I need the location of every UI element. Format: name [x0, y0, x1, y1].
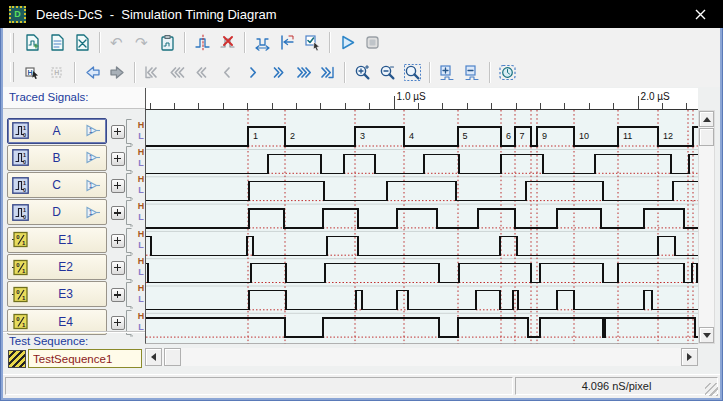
toolbar-separator	[344, 62, 346, 83]
zoom-out-icon	[378, 63, 397, 82]
scroll-left-button[interactable]	[145, 348, 162, 366]
zoom-out-button[interactable]	[375, 60, 400, 85]
save-image-button[interactable]	[45, 30, 70, 55]
svg-text:12: 12	[663, 131, 673, 141]
toolbar-separator	[244, 32, 246, 53]
toolbar-grip[interactable]	[10, 33, 14, 53]
ruler-tick	[686, 103, 687, 109]
expand-signal-D-button[interactable]	[111, 206, 125, 220]
expand-signal-A-button[interactable]	[111, 125, 125, 139]
test-sequence-input[interactable]	[28, 349, 142, 368]
svg-text:1: 1	[89, 209, 93, 216]
expand-signal-B-button[interactable]	[111, 152, 125, 166]
expand-signal-E3-button[interactable]	[111, 288, 125, 302]
rewind-fast-button[interactable]	[165, 60, 190, 85]
svg-text:1: 1	[89, 182, 93, 189]
signal-button-B[interactable]: 10B1	[7, 145, 107, 171]
zoom-in-button[interactable]	[350, 60, 375, 85]
pointer-options-icon	[303, 33, 322, 52]
forward-fast-button[interactable]	[290, 60, 315, 85]
waveform-svg: 12345679101112	[146, 110, 699, 344]
expand-signal-C-button[interactable]	[111, 179, 125, 193]
delete-time-break-button[interactable]	[215, 30, 240, 55]
stop-simulation-button[interactable]	[360, 30, 385, 55]
scroll-up-button[interactable]	[699, 111, 714, 127]
signal-button-A[interactable]: 10A1	[7, 118, 107, 144]
step-number-labels: 12345679101112	[253, 131, 673, 141]
select-signal-2-button[interactable]: H	[45, 60, 70, 85]
resize-grip[interactable]	[705, 383, 718, 396]
rewind-button[interactable]	[190, 60, 215, 85]
expand-signal-E1-button[interactable]	[111, 234, 125, 248]
test-sequence-icon	[8, 350, 26, 368]
scroll-down-icon	[703, 333, 711, 342]
sequence-generator-icon: 01	[12, 231, 29, 248]
toolbar-grip[interactable]	[10, 62, 14, 82]
ruler-tick	[662, 103, 663, 109]
rewind-start-button[interactable]	[140, 60, 165, 85]
ruler-tick	[394, 96, 395, 109]
zoom-vertical-out-button[interactable]	[460, 60, 485, 85]
expand-signal-E2-button[interactable]	[111, 261, 125, 275]
expand-signal-E4-button[interactable]	[111, 316, 125, 330]
signal-button-E2[interactable]: 01E2	[7, 254, 107, 280]
scroll-right-button[interactable]	[681, 348, 698, 366]
signal-row-B: 10B1HL	[3, 145, 145, 172]
select-signal-2-icon: H	[48, 63, 67, 82]
fit-width-button[interactable]	[250, 30, 275, 55]
horizontal-scrollbar[interactable]	[145, 348, 698, 366]
buffer-1-icon: 1	[84, 124, 102, 137]
nav-back-button[interactable]	[80, 60, 105, 85]
main-area: Traced Signals: 10A1HL10B1HL10C1HL10D1HL…	[3, 87, 720, 374]
step-forward-button[interactable]	[240, 60, 265, 85]
scroll-down-button[interactable]	[699, 327, 714, 343]
zoom-in-icon	[353, 63, 372, 82]
close-button[interactable]	[677, 0, 723, 28]
svg-text:1: 1	[23, 125, 26, 131]
horizontal-scroll-thumb[interactable]	[164, 348, 181, 366]
signal-button-E1[interactable]: 01E1	[7, 227, 107, 253]
vertical-scrollbar[interactable]	[698, 110, 715, 344]
redo-button[interactable]: ↷	[130, 30, 155, 55]
clear-diagram-button[interactable]	[70, 30, 95, 55]
undo-button[interactable]: ↶	[105, 30, 130, 55]
svg-text:1: 1	[23, 152, 26, 158]
svg-text:0: 0	[23, 213, 26, 219]
signal-button-E3[interactable]: 01E3	[7, 281, 107, 307]
svg-text:5: 5	[463, 131, 468, 141]
ruler-tick	[418, 103, 419, 109]
pointer-options-button[interactable]	[300, 30, 325, 55]
signal-button-D[interactable]: 10D1	[7, 199, 107, 225]
forward-button[interactable]	[265, 60, 290, 85]
paste-button[interactable]	[155, 30, 180, 55]
svg-text:↶: ↶	[110, 34, 123, 51]
signal-name: A	[29, 124, 84, 138]
clock-options-icon	[498, 63, 517, 82]
step-back-button[interactable]	[215, 60, 240, 85]
paste-icon	[158, 33, 177, 52]
svg-text:1: 1	[89, 154, 93, 161]
select-signal-button[interactable]: H	[20, 60, 45, 85]
zoom-vertical-out-icon	[463, 63, 482, 82]
ruler-unit-label: 1.0 µS	[397, 91, 426, 102]
signal-name: B	[29, 151, 84, 165]
clock-options-button[interactable]	[495, 60, 520, 85]
ruler-tick	[247, 103, 248, 109]
binary-input-icon: 10	[12, 149, 29, 166]
sequence-generator-icon: 01	[12, 313, 29, 330]
zoom-selection-button[interactable]	[400, 60, 425, 85]
copy-timing-diagram-button[interactable]	[20, 30, 45, 55]
zoom-vertical-in-button[interactable]	[435, 60, 460, 85]
run-simulation-button[interactable]	[335, 30, 360, 55]
signal-button-C[interactable]: 10C1	[7, 172, 107, 198]
row-bracket-icon	[124, 227, 134, 255]
signal-traces	[146, 127, 699, 337]
ruler-tick	[296, 103, 297, 109]
forward-end-button[interactable]	[315, 60, 340, 85]
nav-forward-button[interactable]	[105, 60, 130, 85]
align-left-button[interactable]	[275, 30, 300, 55]
vertical-scroll-thumb[interactable]	[699, 128, 714, 146]
signal-row-E2: 01E2HL	[3, 254, 145, 281]
insert-time-break-button[interactable]	[190, 30, 215, 55]
waveform-canvas[interactable]: 12345679101112	[145, 110, 698, 344]
